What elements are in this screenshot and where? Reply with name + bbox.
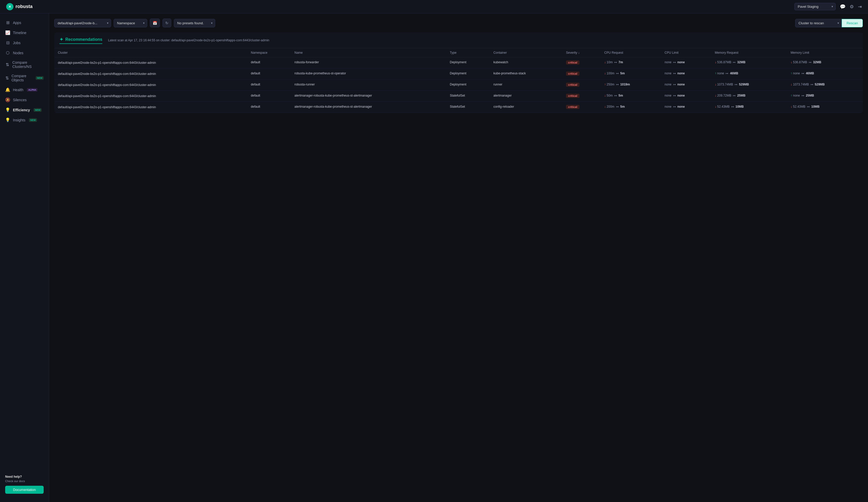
insights-badge: NEW <box>29 118 37 122</box>
cell-memory-request: ↓ 1073.74MB ↦ 529MB <box>711 80 787 91</box>
cell-memory-request: ↓ 209.72MB ↦ 25MB <box>711 91 787 102</box>
cell-cpu-limit: none ↦ none <box>661 69 711 80</box>
cell-memory-limit: ↓ 52.43MB ↦ 10MB <box>787 102 863 113</box>
cell-container: config-reloader <box>490 102 562 113</box>
col-container: Container <box>490 48 562 57</box>
cell-namespace: default <box>247 57 291 69</box>
sidebar-item-label: Silences <box>13 98 27 102</box>
sidebar-item-insights[interactable]: 💡 Insights NEW <box>0 115 49 125</box>
table-header-row: Cluster Namespace Name Type Container Se… <box>54 48 863 57</box>
sidebar-item-silences[interactable]: 🔕 Silences <box>0 95 49 105</box>
sidebar-item-label: Apps <box>13 21 21 25</box>
cell-cluster: default/api-pavel2node-bs2o-p1-openshift… <box>54 102 247 113</box>
rec-icon: ✦ <box>59 36 63 42</box>
calendar-icon-button[interactable]: 📅 <box>150 19 160 28</box>
recommendations-panel: ✦ Recommendations Latest scan at Apr 17,… <box>54 32 863 113</box>
cell-cpu-request: ↓ 100m ↦ 5m <box>601 69 661 80</box>
rescan-button[interactable]: Rescan <box>842 19 863 28</box>
presets-filter-wrapper[interactable]: No presets found. <box>174 19 215 28</box>
cell-cpu-request: ↓ 10m ↦ 7m <box>601 57 661 69</box>
sidebar-item-compare-clusters[interactable]: ⇅ Compare Clusters/NS <box>0 58 49 71</box>
col-cpu-request: CPU Request <box>601 48 661 57</box>
chat-icon[interactable]: 💬 <box>840 4 846 10</box>
cell-namespace: default <box>247 69 291 80</box>
rescan-select-wrapper[interactable]: Cluster to rescan <box>795 19 842 28</box>
namespace-filter-select[interactable]: Namespace <box>114 19 147 28</box>
topbar-right: Pavel Staging 💬 ⚙ ⇥ <box>794 3 862 10</box>
col-memory-limit: Memory Limit <box>787 48 863 57</box>
content-area: default/api-pavel2node-b... Namespace 📅 … <box>49 13 868 502</box>
compare-objects-icon: ⇅ <box>5 76 9 81</box>
cell-memory-limit: ↓ 536.87MB ↦ 32MB <box>787 57 863 69</box>
sidebar-item-efficiency[interactable]: 💡 Efficiency NEW <box>0 105 49 115</box>
settings-icon[interactable]: ⚙ <box>850 4 854 10</box>
cell-namespace: default <box>247 102 291 113</box>
health-icon: 🔔 <box>5 87 10 92</box>
topbar: ✕ robusta Pavel Staging 💬 ⚙ ⇥ <box>0 0 868 13</box>
sidebar-item-label: Efficiency <box>13 108 30 112</box>
table-body: default/api-pavel2node-bs2o-p1-openshift… <box>54 57 863 113</box>
rec-tab[interactable]: ✦ Recommendations <box>59 36 102 44</box>
col-cpu-limit: CPU Limit <box>661 48 711 57</box>
cell-memory-request: ↑ none ↦ 46MB <box>711 69 787 80</box>
cell-severity: critical <box>562 91 601 102</box>
sidebar-item-health[interactable]: 🔔 Health ALPHA <box>0 85 49 95</box>
col-memory-request: Memory Request <box>711 48 787 57</box>
logo-text: robusta <box>16 4 32 9</box>
sidebar-item-nodes[interactable]: ⬡ Nodes <box>0 48 49 58</box>
jobs-icon: ⊟ <box>5 40 10 45</box>
cell-memory-request: ↓ 52.43MB ↦ 10MB <box>711 102 787 113</box>
rescan-cluster-select[interactable]: Cluster to rescan <box>795 19 842 28</box>
presets-filter-select[interactable]: No presets found. <box>174 19 215 28</box>
need-help-title: Need help? <box>5 475 44 479</box>
compare-clusters-icon: ⇅ <box>5 62 10 67</box>
cell-memory-limit: ↑ none ↦ 25MB <box>787 91 863 102</box>
health-badge: ALPHA <box>27 88 38 92</box>
rescan-group: Cluster to rescan Rescan <box>795 19 863 28</box>
sidebar-item-label: Timeline <box>13 31 26 35</box>
sidebar-item-compare-objects[interactable]: ⇅ Compare Objects NEW <box>0 71 49 85</box>
rec-header: ✦ Recommendations Latest scan at Apr 17,… <box>54 32 863 48</box>
cluster-filter-wrapper[interactable]: default/api-pavel2node-b... <box>54 19 111 28</box>
col-name: Name <box>291 48 446 57</box>
refresh-icon-button[interactable]: ↻ <box>163 19 171 28</box>
logout-icon[interactable]: ⇥ <box>858 4 862 10</box>
sidebar-item-jobs[interactable]: ⊟ Jobs <box>0 38 49 48</box>
cell-memory-limit: ↓ 1073.74MB ↦ 529MB <box>787 80 863 91</box>
col-severity[interactable]: Severity ↓ <box>562 48 601 57</box>
col-type: Type <box>446 48 490 57</box>
compare-objects-badge: NEW <box>36 76 44 80</box>
logo: ✕ robusta <box>6 3 32 10</box>
cell-cluster: default/api-pavel2node-bs2o-p1-openshift… <box>54 91 247 102</box>
cell-cluster: default/api-pavel2node-bs2o-p1-openshift… <box>54 57 247 69</box>
namespace-filter-wrapper[interactable]: Namespace <box>114 19 147 28</box>
sidebar-item-timeline[interactable]: 📈 Timeline <box>0 28 49 38</box>
cell-name: robusta-runner <box>291 80 446 91</box>
cell-container: runner <box>490 80 562 91</box>
col-cluster: Cluster <box>54 48 247 57</box>
cluster-selector-wrapper[interactable]: Pavel Staging <box>794 3 836 10</box>
cell-type: Deployment <box>446 57 490 69</box>
toolbar: default/api-pavel2node-b... Namespace 📅 … <box>54 19 863 28</box>
table-row: default/api-pavel2node-bs2o-p1-openshift… <box>54 102 863 113</box>
cluster-filter-select[interactable]: default/api-pavel2node-b... <box>54 19 111 28</box>
nodes-icon: ⬡ <box>5 50 10 55</box>
documentation-button[interactable]: Documentation <box>5 486 44 494</box>
col-namespace: Namespace <box>247 48 291 57</box>
logo-icon: ✕ <box>6 3 13 10</box>
cell-name: alertmanager-robusta-kube-prometheus-st-… <box>291 102 446 113</box>
cluster-selector[interactable]: Pavel Staging <box>794 3 836 10</box>
cell-cluster: default/api-pavel2node-bs2o-p1-openshift… <box>54 69 247 80</box>
cell-namespace: default <box>247 91 291 102</box>
cell-cpu-request: ↓ 200m ↦ 5m <box>601 102 661 113</box>
cell-name: robusta-forwarder <box>291 57 446 69</box>
sidebar-item-label: Health <box>13 88 23 92</box>
sidebar-item-apps[interactable]: ⊞ Apps <box>0 18 49 28</box>
cell-cpu-limit: none ↦ none <box>661 91 711 102</box>
cell-severity: critical <box>562 69 601 80</box>
efficiency-icon: 💡 <box>5 107 10 112</box>
silences-icon: 🔕 <box>5 97 10 102</box>
cell-name: alertmanager-robusta-kube-prometheus-st-… <box>291 91 446 102</box>
insights-icon: 💡 <box>5 117 10 123</box>
sidebar: ⊞ Apps 📈 Timeline ⊟ Jobs ⬡ Nodes ⇅ Compa… <box>0 13 49 502</box>
